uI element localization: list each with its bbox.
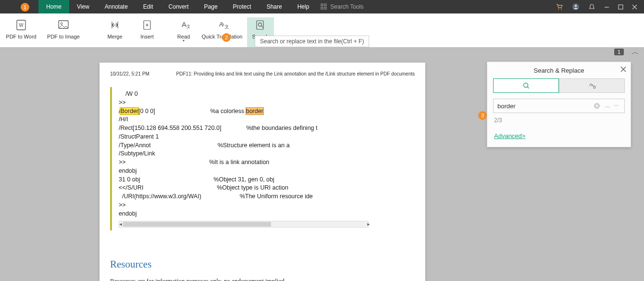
menu-home[interactable]: Home bbox=[38, 0, 69, 13]
chevron-down-icon: ▾ bbox=[183, 38, 185, 43]
code-line: /Border[0 0 0] %a colorless border bbox=[119, 107, 372, 116]
search-icon bbox=[522, 82, 530, 89]
code-line: /Rect[150.128 694.558 200.551 720.0] %th… bbox=[119, 124, 372, 133]
user-icon[interactable] bbox=[572, 3, 580, 11]
code-line: /StructParent 1 bbox=[119, 133, 372, 141]
svg-text:A: A bbox=[182, 20, 186, 28]
page-title: PDF11: Providing links and link text usi… bbox=[176, 71, 415, 77]
next-match-button[interactable]: ﹀ bbox=[612, 102, 620, 110]
code-line: endobj bbox=[119, 167, 372, 176]
page-header: 10/31/22, 5:21 PM PDF11: Providing links… bbox=[110, 71, 415, 77]
resources-text: Resources are for information purposes o… bbox=[110, 277, 415, 281]
code-line: >> bbox=[119, 201, 372, 210]
prev-match-button[interactable]: ︿ bbox=[603, 102, 612, 110]
menubar: 1 Home View Annotate Edit Convert Page P… bbox=[0, 0, 644, 13]
code-line: endobj bbox=[119, 210, 372, 218]
tool-label: PDF to Word bbox=[6, 34, 36, 39]
svg-text:B: B bbox=[593, 85, 596, 89]
clear-search-button[interactable] bbox=[594, 102, 600, 109]
pdf-to-image-button[interactable]: PDF to Image bbox=[42, 17, 85, 47]
search-tools[interactable]: Search Tools bbox=[321, 3, 363, 10]
cart-icon[interactable] bbox=[556, 3, 563, 11]
svg-point-7 bbox=[575, 5, 577, 7]
code-line: /Subtype/Link bbox=[119, 150, 372, 158]
svg-text:A: A bbox=[589, 82, 592, 87]
callout-1: 1 bbox=[21, 3, 29, 12]
panel-close-button[interactable] bbox=[620, 66, 627, 73]
minimize-button[interactable] bbox=[604, 4, 609, 10]
svg-rect-18 bbox=[257, 21, 263, 29]
menu-share[interactable]: Share bbox=[259, 0, 290, 13]
svg-point-5 bbox=[561, 9, 562, 10]
panel-header: Search & Replace bbox=[487, 62, 631, 78]
menu-view[interactable]: View bbox=[69, 0, 97, 13]
code-line: >> bbox=[119, 99, 372, 107]
advanced-link[interactable]: Advanced> bbox=[494, 132, 525, 140]
close-button[interactable] bbox=[632, 4, 637, 10]
menu-convert[interactable]: Convert bbox=[161, 0, 197, 13]
merge-button[interactable]: Merge bbox=[96, 17, 134, 47]
svg-rect-8 bbox=[619, 5, 623, 9]
search-doc-icon bbox=[255, 19, 266, 31]
svg-rect-2 bbox=[321, 7, 323, 9]
code-line: 31 0 obj %Object 31, gen 0, obj bbox=[119, 176, 372, 184]
menu-help[interactable]: Help bbox=[290, 0, 317, 13]
svg-point-19 bbox=[259, 23, 262, 26]
replace-icon: AB bbox=[587, 82, 597, 89]
insert-icon bbox=[142, 19, 152, 31]
code-line: /Type/Annot %Structure element is an a bbox=[119, 141, 372, 150]
ribbon-collapse: 1 ︿ bbox=[614, 47, 644, 57]
svg-point-20 bbox=[523, 83, 528, 88]
svg-point-12 bbox=[61, 23, 62, 25]
page-timestamp: 10/31/22, 5:21 PM bbox=[110, 71, 149, 77]
callout-3: 3 bbox=[478, 111, 487, 120]
menu-edit[interactable]: Edit bbox=[136, 0, 161, 13]
word-icon: W bbox=[15, 19, 27, 31]
merge-icon bbox=[109, 19, 121, 31]
search-tools-label: Search Tools bbox=[330, 3, 363, 10]
search-input-wrapper: ︿ ﹀ bbox=[493, 99, 625, 113]
bell-icon[interactable] bbox=[588, 3, 595, 11]
tool-label: Merge bbox=[107, 34, 122, 39]
collapse-ribbon-button[interactable]: ︿ bbox=[627, 47, 644, 57]
pdf-to-word-button[interactable]: W PDF to Word bbox=[0, 17, 42, 47]
code-line: /URI(https://www.w3.org/WAI) %The Unifor… bbox=[119, 192, 372, 201]
translate-icon: A文 bbox=[215, 19, 229, 31]
replace-tab[interactable]: AB bbox=[559, 78, 625, 93]
page-indicator: 1 bbox=[614, 49, 624, 55]
menubar-right bbox=[556, 3, 644, 11]
search-input[interactable] bbox=[497, 102, 594, 110]
read-button[interactable]: A文 Read ▾ bbox=[170, 17, 197, 47]
image-icon bbox=[57, 19, 70, 31]
callout-2: 2 bbox=[222, 33, 231, 42]
search-replace-panel: Search & Replace AB ︿ ﹀ 2/3 Advanced> bbox=[487, 62, 631, 147]
code-line: /H/I bbox=[119, 115, 372, 124]
menu-protect[interactable]: Protect bbox=[225, 0, 259, 13]
svg-rect-1 bbox=[324, 4, 326, 6]
maximize-button[interactable] bbox=[618, 4, 623, 10]
menu-page[interactable]: Page bbox=[197, 0, 225, 13]
svg-rect-0 bbox=[321, 4, 323, 6]
menu-annotate[interactable]: Annotate bbox=[97, 0, 136, 13]
insert-button[interactable]: Insert bbox=[134, 17, 161, 47]
document-page: 10/31/22, 5:21 PM PDF11: Providing links… bbox=[99, 63, 425, 281]
svg-text:A: A bbox=[219, 21, 223, 28]
horizontal-scrollbar[interactable]: ◄ ► bbox=[119, 221, 369, 228]
panel-tabs: AB bbox=[487, 78, 631, 93]
resources-heading: Resources bbox=[110, 258, 415, 270]
quick-translation-button[interactable]: A文 Quick Translation bbox=[197, 17, 247, 47]
svg-rect-3 bbox=[324, 7, 326, 9]
code-line: >> %It is a link annotation bbox=[119, 158, 372, 167]
match-count: 2/3 bbox=[494, 117, 631, 124]
svg-text:W: W bbox=[19, 23, 24, 28]
scrollbar-thumb[interactable] bbox=[123, 222, 271, 227]
svg-text:文: 文 bbox=[224, 24, 229, 29]
search-hit: border bbox=[246, 108, 263, 115]
code-line: /W 0 bbox=[119, 90, 372, 99]
grid-icon bbox=[321, 3, 327, 10]
read-icon: A文 bbox=[177, 19, 190, 31]
tool-label: Insert bbox=[140, 34, 154, 39]
scroll-right-icon[interactable]: ► bbox=[365, 221, 372, 227]
code-block: /W 0 >> /Border[0 0 0] %a colorless bord… bbox=[110, 87, 372, 230]
search-tab[interactable] bbox=[493, 78, 559, 93]
